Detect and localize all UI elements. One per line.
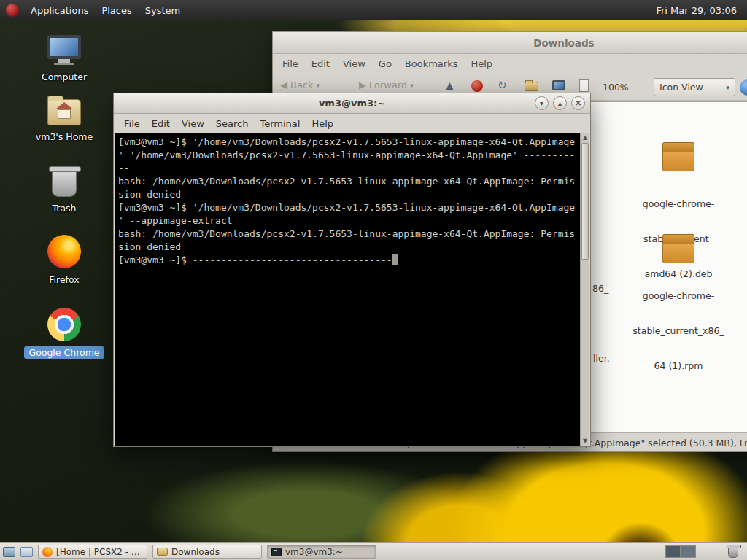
forward-arrow-icon: ▶: [359, 79, 366, 90]
workspace-2[interactable]: [681, 546, 695, 557]
desktop-icon-firefox[interactable]: Firefox: [24, 235, 104, 286]
desktop-icon-label: vm3's Home: [31, 131, 97, 143]
desktop-icon-label-selected: Google Chrome: [24, 346, 104, 359]
clock[interactable]: Fri Mar 29, 03:06: [656, 5, 747, 16]
terminal-line: ' --appimage-extract: [118, 214, 578, 228]
computer-icon: [47, 35, 81, 66]
top-panel: Applications Places System Fri Mar 29, 0…: [0, 0, 747, 20]
firefox-icon: [47, 235, 81, 268]
task-label: vm3@vm3:~: [285, 547, 343, 557]
terminal-line: --: [118, 162, 578, 175]
task-button-firefox[interactable]: [Home | PCSX2 - Go...: [38, 545, 147, 559]
terminal-title: vm3@vm3:~: [319, 98, 385, 109]
file-item-rpm[interactable]: google-chrome- stable_current_x86_ 64 (1…: [620, 234, 737, 395]
terminal-line: sion denied: [118, 188, 578, 201]
stop-button[interactable]: [471, 80, 483, 92]
workspace-switcher: [665, 545, 696, 558]
terminal-line: bash: /home/vm3/Downloads/pcsx2-v1.7.565…: [118, 175, 578, 188]
home-toolbar-icon[interactable]: [525, 82, 538, 91]
file-manager-menubar: File Edit View Go Bookmarks Help: [273, 54, 747, 74]
desktop-icon-label: Computer: [37, 71, 91, 83]
show-desktop-icon[interactable]: [3, 547, 15, 557]
computer-toolbar-icon[interactable]: [552, 80, 565, 90]
maximize-button[interactable]: ▴: [553, 96, 567, 110]
occluded-file-label-fragment: 86_: [592, 283, 608, 294]
home-folder-icon: [47, 99, 81, 125]
up-button[interactable]: ▲: [446, 79, 454, 91]
back-button-label: Back: [290, 79, 314, 90]
back-button[interactable]: ◀ Back ▾: [280, 79, 320, 90]
terminal-line: ' '/home/vm3/Downloads/pcsx2-v1.7.5653-l…: [118, 149, 578, 162]
back-arrow-icon: ◀: [280, 79, 287, 90]
minimize-button[interactable]: ▾: [535, 96, 549, 110]
term-menu-terminal[interactable]: Terminal: [254, 116, 306, 131]
view-mode-caret-icon: ▾: [726, 84, 729, 91]
desktop-icon-google-chrome[interactable]: Google Chrome: [24, 308, 104, 359]
fm-menu-view[interactable]: View: [336, 55, 372, 72]
term-menu-search[interactable]: Search: [210, 116, 255, 131]
taskbar: [Home | PCSX2 - Go... Downloads vm3@vm3:…: [0, 542, 747, 560]
refresh-button[interactable]: ↻: [498, 79, 507, 92]
fm-menu-help[interactable]: Help: [464, 55, 499, 72]
close-button[interactable]: ×: [571, 96, 585, 110]
scrollbar-up-icon[interactable]: ▲: [581, 133, 589, 142]
terminal-window: vm3@vm3:~ ▾ ▴ × File Edit View Search Te…: [113, 93, 591, 447]
file-label: google-chrome- stable_current_x86_ 64 (1…: [632, 267, 724, 395]
window-list-icon[interactable]: [20, 547, 33, 557]
forward-button-label: Forward: [369, 79, 407, 90]
terminal-icon: [271, 548, 282, 556]
term-menu-edit[interactable]: Edit: [146, 116, 176, 131]
term-menu-view[interactable]: View: [176, 116, 210, 131]
terminal-scrollbar[interactable]: ▲ ▼: [580, 133, 589, 446]
fm-menu-file[interactable]: File: [276, 55, 305, 72]
terminal-line: [vm3@vm3 ~]$ '/home/vm3/Downloads/pcsx2-…: [118, 136, 578, 149]
desktop: Computer vm3's Home Trash Firefox Google…: [0, 0, 747, 560]
file-manager-titlebar[interactable]: Downloads: [273, 32, 747, 54]
view-mode-label: Icon View: [659, 82, 703, 93]
chrome-icon: [47, 308, 81, 341]
task-label: [Home | PCSX2 - Go...: [56, 547, 143, 557]
desktop-icon-computer[interactable]: Computer: [24, 35, 104, 83]
terminal-prompt-line: [vm3@vm3 ~]$ ---------------------------…: [118, 254, 578, 267]
view-mode-dropdown[interactable]: Icon View ▾: [654, 78, 735, 96]
occluded-file-label-fragment: ller.: [593, 353, 610, 364]
scrollbar-down-icon[interactable]: ▼: [581, 436, 589, 446]
trash-applet-icon[interactable]: [728, 546, 738, 558]
package-icon: [662, 234, 694, 263]
package-icon: [662, 142, 694, 171]
term-menu-help[interactable]: Help: [306, 116, 339, 131]
menu-applications[interactable]: Applications: [24, 1, 95, 20]
zoom-level: 100%: [603, 82, 629, 93]
scrollbar-thumb[interactable]: [581, 143, 589, 260]
desktop-icon-trash[interactable]: Trash: [24, 165, 104, 214]
desktop-icon-label: Trash: [47, 202, 80, 214]
fm-menu-edit[interactable]: Edit: [305, 55, 336, 72]
forward-dropdown-caret-icon[interactable]: ▾: [410, 82, 414, 89]
task-button-terminal[interactable]: vm3@vm3:~: [267, 545, 376, 559]
firefox-icon: [42, 547, 53, 557]
document-toolbar-icon[interactable]: [579, 79, 589, 92]
terminal-line: [vm3@vm3 ~]$ '/home/vm3/Downloads/pcsx2-…: [118, 201, 578, 214]
search-icon[interactable]: [740, 79, 747, 96]
terminal-cursor: [392, 254, 398, 265]
back-dropdown-caret-icon[interactable]: ▾: [317, 82, 320, 89]
menu-places[interactable]: Places: [95, 1, 138, 20]
terminal-line: bash: /home/vm3/Downloads/pcsx2-v1.7.565…: [118, 228, 578, 241]
terminal-menubar: File Edit View Search Terminal Help: [114, 114, 590, 133]
fm-menu-go[interactable]: Go: [372, 55, 398, 72]
desktop-icon-home[interactable]: vm3's Home: [24, 95, 104, 143]
distro-menu-icon[interactable]: [6, 4, 19, 17]
task-label: Downloads: [171, 547, 220, 557]
desktop-icon-label: Firefox: [44, 273, 83, 286]
terminal-screen[interactable]: [vm3@vm3 ~]$ '/home/vm3/Downloads/pcsx2-…: [115, 133, 580, 446]
fm-menu-bookmarks[interactable]: Bookmarks: [398, 55, 465, 72]
terminal-titlebar[interactable]: vm3@vm3:~ ▾ ▴ ×: [114, 93, 590, 114]
forward-button[interactable]: ▶ Forward ▾: [359, 79, 414, 90]
menu-system[interactable]: System: [139, 1, 187, 20]
file-manager-title: Downloads: [533, 37, 594, 49]
terminal-line: sion denied: [118, 241, 578, 254]
workspace-1[interactable]: [666, 546, 681, 557]
term-menu-file[interactable]: File: [118, 116, 146, 131]
folder-icon: [157, 548, 168, 556]
task-button-downloads[interactable]: Downloads: [152, 545, 262, 559]
